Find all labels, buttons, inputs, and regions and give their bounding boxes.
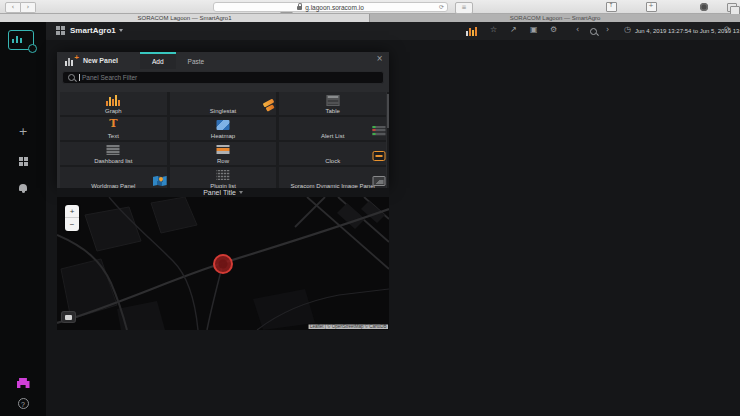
- lagoon-mini-logo-icon: [466, 27, 477, 36]
- panel-type-plugin-list[interactable]: Plugin list: [170, 167, 277, 188]
- panel-type-label: Row: [217, 158, 229, 164]
- reader-button[interactable]: ≡: [455, 2, 473, 14]
- panel-type-dashboard-list[interactable]: Dashboard list: [60, 142, 167, 165]
- lagoon-logo-icon[interactable]: [8, 30, 34, 50]
- settings-gear-icon[interactable]: ⚙: [550, 26, 557, 34]
- panel-type-heatmap[interactable]: Heatmap: [170, 117, 277, 140]
- search-placeholder: Panel Search Filter: [79, 74, 137, 81]
- nav-buttons: ‹ ›: [5, 2, 36, 13]
- plugin-list-icon: [216, 170, 229, 180]
- panel-type-soracom-dynamic-image-panel[interactable]: Soracom Dynamic Image Panel: [279, 167, 386, 188]
- share-dashboard-icon[interactable]: ↗: [510, 26, 517, 34]
- panel-type-label: Clock: [325, 158, 340, 164]
- singlestat-icon: [262, 100, 276, 111]
- panel-type-label: Heatmap: [211, 133, 235, 139]
- panel-type-label: Graph: [105, 108, 122, 114]
- new-panel-dialog: + New Panel Add Paste × Panel Search Fil…: [57, 52, 389, 188]
- map-badge-icon: [62, 312, 75, 322]
- panel-type-text[interactable]: TText: [60, 117, 167, 140]
- reader-icon: ≡: [461, 4, 466, 10]
- map-attribution[interactable]: Leaflet | © OpenStreetMap © CartoDB: [308, 325, 388, 330]
- new-tab-icon: +: [647, 2, 656, 8]
- panel-type-table[interactable]: Table: [279, 92, 386, 115]
- dialog-title: New Panel: [83, 57, 118, 64]
- extension-icon[interactable]: [700, 3, 708, 11]
- panel-type-label: Dashboard list: [94, 158, 132, 164]
- graph-icon: [106, 95, 120, 106]
- chevron-down-icon: [119, 29, 123, 32]
- star-icon[interactable]: ☆: [490, 26, 497, 34]
- table-icon: [326, 95, 339, 106]
- worldmap-panel[interactable]: + − Leaflet | © OpenStreetMap © CartoDB: [57, 197, 389, 330]
- save-dashboard-icon[interactable]: ▣: [530, 26, 538, 34]
- panel-type-worldmap-panel[interactable]: Worldmap Panel: [60, 167, 167, 188]
- search-icon: [68, 74, 75, 81]
- heatmap-icon: [216, 120, 229, 130]
- clock-icon: [373, 151, 386, 161]
- dashboard-grid-icon[interactable]: [56, 26, 65, 35]
- forward-icon: ›: [27, 4, 30, 11]
- panel-title-bar[interactable]: Panel Title: [57, 188, 389, 197]
- time-range-clock-icon[interactable]: ◷: [624, 26, 631, 34]
- back-button[interactable]: ‹: [5, 2, 21, 13]
- refresh-dashboard-icon[interactable]: ⟳: [724, 26, 731, 34]
- panel-type-alert-list[interactable]: Alert List: [279, 117, 386, 140]
- tab-add[interactable]: Add: [140, 52, 176, 69]
- sidebar: + ?: [0, 22, 46, 416]
- panel-type-row[interactable]: Row: [170, 142, 277, 165]
- map-marker: [214, 255, 232, 273]
- zoom-out-button[interactable]: −: [65, 218, 79, 231]
- panel-type-clock[interactable]: Clock: [279, 142, 386, 165]
- create-plus-icon[interactable]: +: [0, 126, 46, 137]
- panel-type-label: Singlestat: [210, 108, 236, 114]
- grid-scrollbar[interactable]: [387, 92, 389, 188]
- close-icon[interactable]: ×: [376, 55, 383, 63]
- browser-tab-inactive[interactable]: SORACOM Lagoon — SmartAgro: [370, 14, 740, 22]
- panel-caret-icon: [239, 191, 243, 194]
- share-icon: ↑: [607, 2, 616, 8]
- panel-type-graph[interactable]: Graph: [60, 92, 167, 115]
- alerting-bell-icon[interactable]: [0, 184, 46, 191]
- forward-button[interactable]: ›: [21, 2, 36, 13]
- time-back-icon[interactable]: ‹: [576, 26, 579, 34]
- browser-tab-active[interactable]: SORACOM Lagoon — SmartAgro1: [0, 14, 370, 22]
- dashboard-title[interactable]: SmartAgro1: [70, 26, 123, 35]
- dialog-header: + New Panel Add Paste ×: [57, 52, 389, 69]
- tab-paste[interactable]: Paste: [176, 52, 217, 69]
- row-icon: [216, 145, 229, 154]
- worldmap-icon: [153, 176, 167, 186]
- new-panel-icon: +: [65, 56, 77, 66]
- dashboards-icon[interactable]: [0, 157, 46, 166]
- panel-search-input[interactable]: Panel Search Filter: [62, 71, 384, 84]
- panel-title: Panel Title: [203, 189, 236, 196]
- lock-icon: [297, 6, 302, 10]
- screen: ‹ › g.lagoon.soracom.io ⟳ ≡ ↑ + SORACOM …: [0, 0, 740, 416]
- tab-title: SORACOM Lagoon — SmartAgro: [510, 15, 601, 21]
- back-icon: ‹: [12, 4, 15, 11]
- tab-overview-icon[interactable]: [727, 3, 737, 12]
- tab-title: SORACOM Lagoon — SmartAgro1: [137, 15, 231, 21]
- url-text: g.lagoon.soracom.io: [305, 4, 364, 11]
- page-refresh-icon[interactable]: ⟳: [439, 4, 444, 10]
- new-tab-button[interactable]: +: [645, 2, 657, 12]
- alert-list-icon: [373, 126, 386, 136]
- user-avatar-icon[interactable]: [0, 378, 46, 388]
- help-icon[interactable]: ?: [0, 398, 46, 409]
- panel-type-singlestat[interactable]: Singlestat: [170, 92, 277, 115]
- panel-type-label: Table: [325, 108, 339, 114]
- browser-tab-bar: SORACOM Lagoon — SmartAgro1 SORACOM Lago…: [0, 14, 740, 22]
- map-zoom-control: + −: [65, 205, 79, 231]
- share-button[interactable]: ↑: [605, 2, 617, 12]
- zoom-in-button[interactable]: +: [65, 205, 79, 218]
- zoom-out-icon[interactable]: [590, 28, 597, 37]
- lagoon-app: + ? SmartAgro1 ☆ ↗ ▣ ⚙ ‹ › ◷ Jun 4, 2019…: [0, 22, 740, 416]
- map-canvas: [57, 197, 389, 330]
- url-bar[interactable]: g.lagoon.soracom.io ⟳: [213, 2, 448, 12]
- time-forward-icon[interactable]: ›: [606, 26, 609, 34]
- dashboard-list-icon: [107, 145, 120, 155]
- browser-toolbar: ‹ › g.lagoon.soracom.io ⟳ ≡ ↑ +: [0, 0, 740, 14]
- dashboard-topnav: SmartAgro1 ☆ ↗ ▣ ⚙ ‹ › ◷ Jun 4, 2019 13:…: [46, 22, 740, 40]
- text-icon: T: [109, 117, 117, 130]
- panel-type-grid: GraphSinglestatTableTTextHeatmapAlert Li…: [60, 92, 386, 188]
- image-panel-icon: [373, 176, 386, 186]
